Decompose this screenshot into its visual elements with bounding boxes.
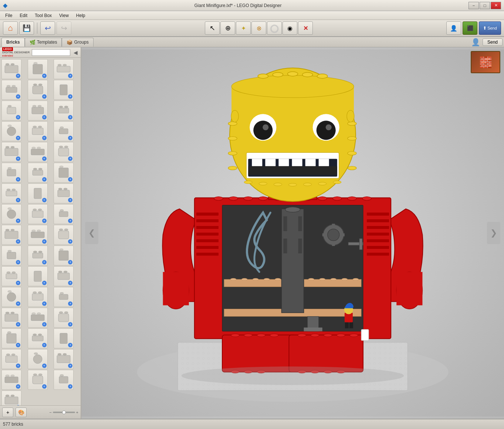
- brick-item-15[interactable]: +: [54, 142, 74, 162]
- brick-add-button-40[interactable]: +: [16, 343, 20, 347]
- brick-item-28[interactable]: +: [1, 246, 21, 266]
- brick-add-button-23[interactable]: +: [42, 219, 47, 223]
- brick-add-button-34[interactable]: +: [16, 301, 20, 306]
- brick-item-10[interactable]: +: [1, 121, 21, 141]
- brick-add-button-14[interactable]: +: [42, 156, 47, 161]
- view-tool-button[interactable]: ◉: [283, 21, 297, 35]
- brick-add-button-44[interactable]: +: [42, 364, 47, 368]
- brick-add-button-20[interactable]: +: [42, 198, 47, 202]
- brick-add-button-25[interactable]: +: [16, 239, 20, 244]
- brick-add-button-26[interactable]: +: [42, 239, 47, 244]
- redo-button[interactable]: ↪: [57, 21, 71, 35]
- brick-add-button-45[interactable]: +: [68, 364, 72, 368]
- brick-add-button-39[interactable]: +: [68, 322, 72, 327]
- brick-add-button-27[interactable]: +: [68, 239, 72, 244]
- brick-item-42[interactable]: +: [54, 328, 74, 348]
- mini-preview[interactable]: 🧱: [471, 51, 500, 73]
- hinge-tool-button[interactable]: ✦: [236, 21, 251, 35]
- brick-add-button-32[interactable]: +: [42, 281, 47, 285]
- save-button[interactable]: 💾: [19, 21, 34, 35]
- brick-add-button-6[interactable]: +: [68, 94, 72, 99]
- brick-item-1[interactable]: +: [1, 59, 21, 79]
- minimize-button[interactable]: −: [469, 2, 479, 9]
- delete-tool-button[interactable]: ✕: [298, 21, 313, 35]
- menu-toolbox[interactable]: Tool Box: [31, 12, 55, 19]
- build-button[interactable]: ⬛: [463, 21, 477, 35]
- brick-item-16[interactable]: +: [1, 163, 21, 183]
- brick-add-button-4[interactable]: +: [16, 94, 20, 99]
- maximize-button[interactable]: □: [480, 2, 490, 9]
- brick-item-30[interactable]: +: [54, 246, 74, 266]
- brick-add-button-8[interactable]: +: [42, 115, 47, 119]
- brick-add-button-3[interactable]: +: [68, 74, 72, 78]
- brick-add-button-43[interactable]: +: [16, 364, 20, 368]
- brick-add-button-2[interactable]: +: [42, 74, 47, 78]
- undo-button[interactable]: ↩: [40, 21, 55, 35]
- brick-add-button-1[interactable]: +: [16, 74, 20, 78]
- select-tool-button[interactable]: ↖: [205, 21, 220, 35]
- menu-view[interactable]: View: [55, 12, 72, 19]
- brick-add-button-16[interactable]: +: [16, 177, 20, 182]
- brick-item-34[interactable]: +: [1, 287, 21, 307]
- brick-add-button-10[interactable]: +: [16, 136, 20, 140]
- brick-add-button-42[interactable]: +: [68, 343, 72, 347]
- zoom-slider[interactable]: [53, 412, 75, 413]
- brick-add-button-41[interactable]: +: [42, 343, 47, 347]
- brick-add-button-13[interactable]: +: [16, 156, 20, 161]
- upload-button[interactable]: ⬆ Send: [479, 21, 501, 35]
- brick-item-2[interactable]: +: [28, 59, 48, 79]
- brick-item-7[interactable]: +: [1, 101, 21, 121]
- brick-item-45[interactable]: +: [54, 349, 74, 369]
- brick-item-26[interactable]: +: [28, 225, 48, 245]
- brick-item-13[interactable]: +: [1, 142, 21, 162]
- brick-add-button-17[interactable]: +: [42, 177, 47, 182]
- nav-prev-button[interactable]: ❮: [85, 222, 98, 244]
- brick-item-22[interactable]: +: [1, 204, 21, 224]
- brick-item-39[interactable]: +: [54, 308, 74, 328]
- brick-add-button-37[interactable]: +: [16, 322, 20, 327]
- brick-item-37[interactable]: +: [1, 308, 21, 328]
- brick-item-6[interactable]: +: [54, 80, 74, 100]
- brick-item-32[interactable]: +: [28, 266, 48, 286]
- brick-item-47[interactable]: +: [28, 370, 48, 390]
- brick-item-43[interactable]: +: [1, 349, 21, 369]
- brick-add-button-46[interactable]: +: [16, 384, 20, 389]
- brick-item-18[interactable]: +: [54, 163, 74, 183]
- brick-item-25[interactable]: +: [1, 225, 21, 245]
- brick-item-38[interactable]: +: [28, 308, 48, 328]
- sidebar-collapse-button[interactable]: ◀: [72, 47, 78, 57]
- brick-item-29[interactable]: +: [28, 246, 48, 266]
- menu-file[interactable]: File: [1, 12, 16, 19]
- brick-item-5[interactable]: +: [28, 80, 48, 100]
- brick-add-button-28[interactable]: +: [16, 260, 20, 264]
- brick-add-button-30[interactable]: +: [68, 260, 72, 264]
- brick-add-button-33[interactable]: +: [68, 281, 72, 285]
- brick-add-button-24[interactable]: +: [68, 219, 72, 223]
- brick-item-33[interactable]: +: [54, 266, 74, 286]
- brick-add-button-15[interactable]: +: [68, 156, 72, 161]
- send-button[interactable]: Send: [483, 38, 503, 46]
- brick-item-8[interactable]: +: [28, 101, 48, 121]
- zoom-tool-button[interactable]: ⊕: [220, 21, 235, 35]
- home-button[interactable]: ⌂: [3, 21, 18, 35]
- brick-item-12[interactable]: +: [54, 121, 74, 141]
- brick-add-button-49[interactable]: +: [16, 405, 20, 405]
- brick-item-21[interactable]: +: [54, 183, 74, 203]
- close-button[interactable]: ✕: [491, 2, 501, 9]
- brick-item-44[interactable]: +: [28, 349, 48, 369]
- brick-add-button-18[interactable]: +: [68, 177, 72, 182]
- menu-edit[interactable]: Edit: [16, 12, 31, 19]
- search-input[interactable]: [32, 49, 70, 56]
- brick-add-button-22[interactable]: +: [16, 219, 20, 223]
- brick-item-49[interactable]: +: [1, 391, 21, 405]
- tab-templates[interactable]: 🌿 Templates: [25, 38, 62, 47]
- brick-item-9[interactable]: +: [54, 101, 74, 121]
- brick-item-17[interactable]: +: [28, 163, 48, 183]
- add-to-palette-button[interactable]: +: [2, 408, 13, 417]
- brick-item-4[interactable]: +: [1, 80, 21, 100]
- brick-item-46[interactable]: +: [1, 370, 21, 390]
- brick-add-button-38[interactable]: +: [42, 322, 47, 327]
- brick-item-35[interactable]: +: [28, 287, 48, 307]
- brick-add-button-36[interactable]: +: [68, 301, 72, 306]
- brick-add-button-21[interactable]: +: [68, 198, 72, 202]
